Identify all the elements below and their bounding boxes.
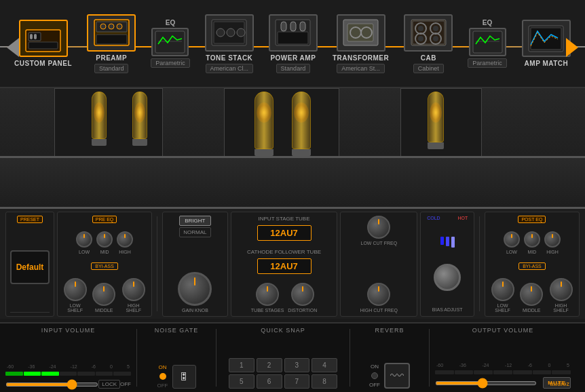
- nav-item-tone-stack[interactable]: TONE STACK American Cl...: [205, 14, 254, 73]
- nav-item-box-power-amp[interactable]: [269, 14, 318, 52]
- snap-btn-7[interactable]: 7: [284, 374, 310, 389]
- off-label-input: OFF: [120, 381, 131, 387]
- snap-btn-5[interactable]: 5: [229, 374, 254, 389]
- post-low-shelf-knob[interactable]: [491, 278, 514, 301]
- tube-stages-wrap: TUBE STAGES: [251, 283, 284, 313]
- nav-item-eq1[interactable]: EQ Parametric: [151, 19, 190, 68]
- tone-stack-label: TONE STACK: [206, 54, 252, 62]
- snap-btn-4[interactable]: 4: [312, 358, 337, 372]
- pre-low-knob[interactable]: [76, 231, 92, 248]
- level-seg-green3: [41, 372, 59, 376]
- post-eq-knobs: LOW MID HIGH: [504, 231, 561, 254]
- low-shelf-wrap: LOW SHELF: [62, 278, 88, 313]
- post-low-wrap: LOW: [504, 231, 520, 254]
- nav-item-transformer[interactable]: TRANSFORMER American St...: [333, 14, 389, 73]
- post-high-wrap: HIGH: [544, 231, 561, 254]
- snap-btn-3[interactable]: 3: [284, 358, 310, 372]
- bias-knob[interactable]: [434, 264, 461, 291]
- middle-knob[interactable]: [92, 283, 115, 306]
- svg-rect-4: [29, 42, 58, 49]
- svg-point-16: [227, 28, 235, 37]
- svg-rect-22: [300, 22, 305, 31]
- divider-1: [157, 216, 157, 311]
- svg-rect-2: [30, 34, 33, 39]
- bright-btn[interactable]: BRIGHT: [179, 216, 210, 226]
- quick-snap-buttons: 1 2 3 4 5 6 7 8: [229, 358, 337, 389]
- nav-item-box-transformer[interactable]: [337, 14, 385, 52]
- noise-gate-title: NOISE GATE: [155, 327, 198, 334]
- nav-item-custom-panel[interactable]: CUSTOM PANEL: [14, 20, 72, 67]
- cathode-tube-display[interactable]: 12AU7: [257, 258, 312, 274]
- tube-1: [92, 92, 107, 146]
- gain-knob-label: GAIN KNOB: [182, 308, 208, 313]
- distortion-knob[interactable]: [291, 283, 314, 306]
- output-volume-section: OUTPUT VOLUME -60 -36 -24 -12 -6 0 5: [435, 327, 571, 389]
- low-shelf-knob[interactable]: [64, 278, 87, 301]
- nav-item-power-amp[interactable]: POWER AMP Standard: [269, 14, 318, 73]
- post-high-shelf-knob[interactable]: [550, 278, 573, 301]
- nav-item-box-cab[interactable]: [404, 14, 453, 52]
- nav-item-box-eq2[interactable]: [469, 28, 506, 56]
- snap-btn-8[interactable]: 8: [312, 374, 337, 389]
- power-amp-label: POWER AMP: [270, 54, 316, 62]
- tube-stages-knob[interactable]: [256, 283, 279, 306]
- pre-high-knob[interactable]: [117, 231, 133, 248]
- normal-btn[interactable]: NORMAL: [179, 227, 210, 237]
- input-volume-title: INPUT VOLUME: [41, 327, 95, 334]
- post-eq-section: POST EQ LOW MID HIGH BYI-ASS: [485, 212, 580, 317]
- out-seg-2: [455, 370, 474, 374]
- out-seg-6: [533, 370, 552, 374]
- low-cut-label: LOW CUT FREQ: [361, 241, 398, 246]
- noise-gate-on: ON: [159, 364, 167, 370]
- reverb-title: REVERB: [375, 327, 404, 334]
- snap-btn-1[interactable]: 1: [229, 358, 254, 372]
- tube-stages-label: TUBE STAGES: [251, 308, 284, 313]
- input-on-off-toggle[interactable]: OFF: [120, 381, 131, 387]
- power-amp-icon: [270, 16, 316, 50]
- gain-knob[interactable]: [178, 272, 212, 306]
- post-high-knob[interactable]: [544, 231, 561, 248]
- pre-high-knob-wrap: HIGH: [117, 231, 133, 254]
- snap-btn-6[interactable]: 6: [257, 374, 282, 389]
- custom-panel-icon: [20, 21, 67, 56]
- nav-item-box-custom-panel[interactable]: [19, 20, 68, 57]
- preset-button[interactable]: Default: [10, 250, 50, 284]
- bypass-label: BYI-ASS: [91, 262, 118, 270]
- input-slider-row: LOCK OFF: [5, 380, 131, 389]
- high-shelf-wrap: HIGH SHELF: [119, 278, 147, 313]
- nav-item-amp-match[interactable]: AMP MATCH: [522, 20, 571, 67]
- input-tube-display[interactable]: 12AU7: [257, 225, 312, 241]
- nav-item-box-amp-match[interactable]: [522, 20, 571, 57]
- hot-label: HOT: [457, 216, 468, 220]
- post-mid-knob[interactable]: [524, 231, 540, 248]
- preamp-label: PREAMP: [96, 54, 127, 62]
- nav-item-box-preamp[interactable]: [87, 14, 136, 52]
- low-cut-knob[interactable]: [367, 216, 390, 239]
- post-middle-knob[interactable]: [520, 283, 543, 306]
- svg-point-8: [109, 24, 114, 29]
- high-shelf-knob[interactable]: [122, 278, 145, 301]
- svg-rect-21: [290, 22, 296, 31]
- bottom-bar: INPUT VOLUME -60 -36 -24 -12 -6 0 5: [0, 322, 585, 392]
- post-low-shelf-wrap: LOW SHELF: [489, 278, 516, 313]
- nav-item-preamp[interactable]: PREAMP Standard: [87, 14, 136, 73]
- nav-item-box-tone-stack[interactable]: [205, 14, 254, 52]
- level-seg-off1: [60, 372, 77, 376]
- back-panel-center: [224, 88, 339, 156]
- bias-section: COLD HOT BIAS ADJUST: [420, 212, 474, 317]
- input-volume-slider[interactable]: [5, 383, 98, 387]
- high-cut-knob[interactable]: [367, 283, 390, 306]
- nav-item-box-eq1[interactable]: [151, 28, 189, 56]
- snap-btn-2[interactable]: 2: [257, 358, 282, 372]
- post-middle-wrap: MIDDLE: [520, 283, 543, 313]
- post-low-knob[interactable]: [504, 231, 520, 248]
- output-level-bar: [435, 370, 571, 375]
- pre-eq-knobs: LOW MID HIGH: [76, 231, 133, 254]
- nav-item-eq2[interactable]: EQ Parametric: [468, 19, 507, 68]
- nav-item-cab[interactable]: CAB Cabinet: [404, 14, 453, 73]
- input-stage-section: INPUT STAGE TUBE 12AU7: [257, 216, 312, 241]
- output-volume-slider[interactable]: [435, 381, 537, 385]
- bottom-divider-4: [429, 329, 430, 387]
- out-seg-1: [435, 370, 454, 374]
- pre-mid-knob[interactable]: [96, 231, 113, 248]
